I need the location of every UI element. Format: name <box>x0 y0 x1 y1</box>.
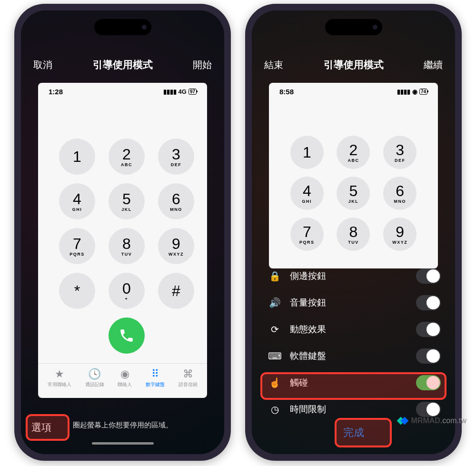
keyboard-icon: ⌨ <box>268 350 281 362</box>
tab-keypad[interactable]: ⠿數字鍵盤 <box>146 368 165 388</box>
call-button[interactable] <box>109 317 145 354</box>
key-8[interactable]: 8TUV <box>337 218 370 251</box>
wifi-icon: ◉ <box>412 88 417 95</box>
keypad: 1 2ABC 3DEF 4GHI 5JKL 6MNO 7PQRS 8TUV 9W… <box>269 98 438 257</box>
signal-icon: ▮▮▮▮ <box>163 88 177 95</box>
watermark-logo-icon <box>398 416 408 426</box>
done-button[interactable]: 完成 <box>343 426 364 440</box>
hint-text: 圈起螢幕上你想要停用的區域。 <box>30 421 215 430</box>
guided-access-nav: 結束 引導使用模式 繼續 <box>252 58 455 71</box>
battery-icon: 74 <box>419 89 427 95</box>
tab-favorites[interactable]: ★常用聯絡人 <box>48 368 71 388</box>
key-6[interactable]: 6MNO <box>158 183 194 219</box>
cancel-button[interactable]: 取消 <box>33 59 52 71</box>
key-8[interactable]: 8TUV <box>109 228 145 264</box>
refresh-icon: ⟳ <box>268 324 281 335</box>
status-bar: 8:58 ▮▮▮▮ ◉ 74 <box>269 83 438 98</box>
options-panel: 🔒 側邊按鈕 🔊 音量按鈕 ⟳ 動態效果 ⌨ 軟體鍵盤 <box>258 263 448 423</box>
key-hash[interactable]: # <box>158 273 194 309</box>
toggle[interactable] <box>416 348 441 364</box>
key-4[interactable]: 4GHI <box>290 177 324 210</box>
option-volume-buttons[interactable]: 🔊 音量按鈕 <box>258 289 448 316</box>
tab-recents[interactable]: 🕓通話記錄 <box>85 368 104 388</box>
nav-title: 引導使用模式 <box>93 58 153 71</box>
key-9[interactable]: 9WXYZ <box>383 218 416 251</box>
key-1[interactable]: 1 <box>59 139 95 175</box>
key-6[interactable]: 6MNO <box>383 177 416 210</box>
key-4[interactable]: 4GHI <box>59 183 95 219</box>
key-3[interactable]: 3DEF <box>383 136 416 169</box>
tab-voicemail[interactable]: ⌘語音信箱 <box>178 368 198 388</box>
key-9[interactable]: 9WXYZ <box>158 228 194 264</box>
key-5[interactable]: 5JKL <box>337 177 370 210</box>
nav-title: 引導使用模式 <box>324 58 384 71</box>
person-icon: ◉ <box>120 368 129 380</box>
option-motion[interactable]: ⟳ 動態效果 <box>258 316 448 343</box>
key-2[interactable]: 2ABC <box>337 136 370 169</box>
toggle[interactable] <box>416 402 441 417</box>
status-time: 1:28 <box>49 88 63 96</box>
start-button[interactable]: 開始 <box>193 59 212 71</box>
key-2[interactable]: 2ABC <box>109 139 145 175</box>
touch-icon: ☝ <box>268 377 281 388</box>
toggle[interactable] <box>416 295 441 310</box>
key-1[interactable]: 1 <box>290 136 324 169</box>
key-0[interactable]: 0+ <box>109 273 145 309</box>
timer-icon: ◷ <box>268 404 281 415</box>
dynamic-island <box>94 19 151 35</box>
tab-bar: ★常用聯絡人 🕓通話記錄 ◉聯絡人 ⠿數字鍵盤 ⌘語音信箱 <box>38 363 207 395</box>
keypad: 1 2ABC 3DEF 4GHI 5JKL 6MNO 7PQRS 8TUV 9W… <box>38 135 207 359</box>
option-touch[interactable]: ☝ 觸碰 <box>258 369 448 396</box>
phone-right: 結束 引導使用模式 繼續 8:58 ▮▮▮▮ ◉ 74 1 2ABC 3DEF <box>245 4 462 461</box>
clock-icon: 🕓 <box>88 368 101 380</box>
option-side-button[interactable]: 🔒 側邊按鈕 <box>258 263 448 289</box>
app-preview: 8:58 ▮▮▮▮ ◉ 74 1 2ABC 3DEF 4GHI 5JKL 6MN… <box>269 83 438 268</box>
status-time: 8:58 <box>279 88 294 96</box>
continue-button[interactable]: 繼續 <box>424 59 443 71</box>
key-3[interactable]: 3DEF <box>158 139 194 175</box>
star-icon: ★ <box>55 368 64 380</box>
toggle[interactable] <box>416 322 441 337</box>
option-keyboard[interactable]: ⌨ 軟體鍵盤 <box>258 343 448 369</box>
watermark: MRMAD.com.tw <box>398 416 466 426</box>
network-label: 4G <box>178 88 187 95</box>
app-preview: 1:28 ▮▮▮▮ 4G 97 1 2ABC 3DEF 4GHI 5JKL 6M… <box>38 83 207 398</box>
keypad-icon: ⠿ <box>151 368 159 380</box>
key-7[interactable]: 7PQRS <box>290 218 324 251</box>
key-7[interactable]: 7PQRS <box>59 228 95 264</box>
status-bar: 1:28 ▮▮▮▮ 4G 97 <box>38 83 207 98</box>
volume-icon: 🔊 <box>268 297 281 308</box>
toggle[interactable] <box>416 375 441 390</box>
battery-icon: 97 <box>188 89 197 95</box>
phone-left: 取消 引導使用模式 開始 1:28 ▮▮▮▮ 4G 97 1 2ABC <box>14 4 231 461</box>
key-5[interactable]: 5JKL <box>109 183 145 219</box>
voicemail-icon: ⌘ <box>183 368 193 380</box>
end-button[interactable]: 結束 <box>264 59 283 71</box>
dynamic-island <box>325 19 382 35</box>
options-button[interactable]: 選項 <box>31 421 51 434</box>
home-indicator <box>92 442 154 445</box>
key-star[interactable]: * <box>59 273 95 309</box>
lock-icon: 🔒 <box>268 270 281 282</box>
signal-icon: ▮▮▮▮ <box>397 88 410 95</box>
guided-access-nav: 取消 引導使用模式 開始 <box>21 58 224 71</box>
toggle[interactable] <box>416 268 441 284</box>
tab-contacts[interactable]: ◉聯絡人 <box>118 368 132 388</box>
